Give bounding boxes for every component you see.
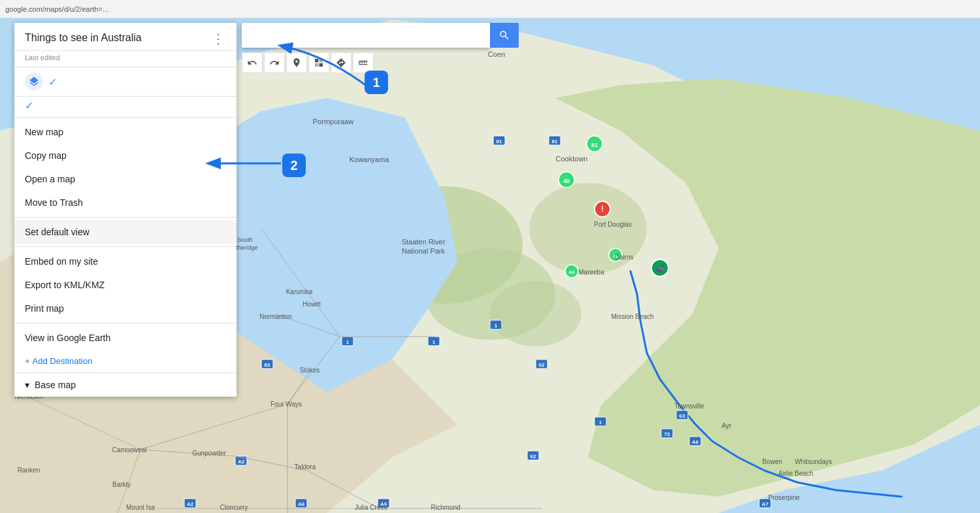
svg-text:Mount Isa: Mount Isa xyxy=(126,504,155,511)
svg-text:A6: A6 xyxy=(692,439,699,445)
annotation-2: 2 xyxy=(282,154,306,177)
add-destination-button[interactable]: + Add Destination xyxy=(14,350,237,372)
base-map-label: Base map xyxy=(35,380,76,390)
sidebar-more-button[interactable]: ⋮ xyxy=(210,32,226,45)
svg-text:Normanton: Normanton xyxy=(259,313,291,320)
svg-text:Cloncurry: Cloncurry xyxy=(220,504,248,511)
svg-text:83: 83 xyxy=(265,362,270,368)
annotation-1: 1 xyxy=(365,71,388,94)
svg-text:South: South xyxy=(237,237,253,243)
menu-embed[interactable]: Embed on my site xyxy=(14,250,237,273)
svg-text:A7: A7 xyxy=(762,501,769,507)
svg-text:Karumba: Karumba xyxy=(286,288,313,295)
search-input[interactable] xyxy=(242,23,490,48)
undo-button[interactable] xyxy=(242,52,263,73)
layer-item-1: ✓ xyxy=(48,76,57,88)
svg-text:📹: 📹 xyxy=(655,264,664,273)
svg-text:Mareeba: Mareeba xyxy=(578,269,604,276)
svg-text:62: 62 xyxy=(539,362,545,368)
menu-move-trash[interactable]: Move to Trash xyxy=(14,191,237,214)
svg-text:81: 81 xyxy=(552,139,558,144)
svg-text:1: 1 xyxy=(433,339,436,345)
svg-text:Whitsundays: Whitsundays xyxy=(794,458,832,465)
menu-divider-1 xyxy=(14,117,237,118)
layer-row: ✓ xyxy=(14,67,237,97)
menu-divider-3 xyxy=(14,246,237,247)
svg-text:Camooweal: Camooweal xyxy=(112,446,147,454)
svg-text:Howitt: Howitt xyxy=(302,301,321,308)
layers-icon xyxy=(25,73,43,91)
browser-bar: google.com/maps/d/u/2/earth=... xyxy=(0,0,980,18)
svg-text:Mission Beach: Mission Beach xyxy=(611,313,653,320)
svg-text:63: 63 xyxy=(679,413,685,419)
base-map-section[interactable]: ▾ Base map xyxy=(14,372,237,397)
svg-text:Ayr: Ayr xyxy=(722,422,732,429)
svg-text:Barkly: Barkly xyxy=(112,481,131,488)
svg-text:Gunpowder: Gunpowder xyxy=(192,450,226,457)
svg-text:1: 1 xyxy=(495,323,498,329)
svg-text:Coen: Coen xyxy=(488,50,505,58)
last-edited-text: Last edited xyxy=(14,51,237,67)
menu-new-map[interactable]: New map xyxy=(14,120,237,144)
svg-text:Proserpine: Proserpine xyxy=(768,494,800,501)
menu-divider-4 xyxy=(14,323,237,323)
menu-print[interactable]: Print map xyxy=(14,297,237,320)
svg-text:Cairns: Cairns xyxy=(615,254,634,261)
menu-divider-2 xyxy=(14,217,237,218)
search-bar xyxy=(242,23,519,48)
svg-text:44: 44 xyxy=(569,269,575,275)
svg-text:National Park: National Park xyxy=(402,247,446,255)
badge-1: 1 xyxy=(365,71,388,94)
layer-item-2: ✓ xyxy=(14,97,237,114)
svg-text:A2: A2 xyxy=(187,501,194,507)
add-destination-label: Add Destination xyxy=(33,356,93,366)
sidebar-header: Things to see in Australia ⋮ xyxy=(14,23,237,51)
redo-button[interactable] xyxy=(264,52,285,73)
map-toolbar xyxy=(242,52,374,73)
svg-text:Townsville: Townsville xyxy=(674,403,704,410)
svg-text:1: 1 xyxy=(346,339,350,345)
svg-text:81: 81 xyxy=(591,142,598,148)
sidebar-panel: Things to see in Australia ⋮ Last edited… xyxy=(14,23,237,397)
svg-point-6 xyxy=(529,183,647,274)
checkbox-1: ✓ xyxy=(48,76,57,88)
marker-button[interactable] xyxy=(286,52,307,73)
sidebar-title: Things to see in Australia xyxy=(25,32,142,44)
svg-text:72: 72 xyxy=(664,431,670,437)
svg-text:Pormpuraaw: Pormpuraaw xyxy=(313,118,353,125)
svg-text:Staaten River: Staaten River xyxy=(402,238,446,246)
search-button[interactable] xyxy=(490,23,519,48)
svg-text:A6: A6 xyxy=(298,501,305,507)
checkbox-2: ✓ xyxy=(25,99,33,112)
menu-export-kml[interactable]: Export to KML/KMZ xyxy=(14,273,237,297)
svg-text:Airlie Beach: Airlie Beach xyxy=(778,470,813,477)
svg-text:81: 81 xyxy=(497,139,502,144)
svg-text:Ranken: Ranken xyxy=(18,467,40,474)
svg-text:Julia Creek: Julia Creek xyxy=(355,504,388,511)
url-bar: google.com/maps/d/u/2/earth=... xyxy=(5,5,108,13)
svg-text:1: 1 xyxy=(599,420,602,425)
svg-text:40: 40 xyxy=(563,178,570,184)
add-icon: + xyxy=(25,356,30,366)
svg-text:Bowen: Bowen xyxy=(762,458,783,465)
svg-text:62: 62 xyxy=(531,454,536,459)
svg-text:Four Ways: Four Ways xyxy=(270,401,302,408)
svg-text:Richmond: Richmond xyxy=(431,504,460,511)
direction-button[interactable] xyxy=(331,52,351,73)
svg-text:Cooktown: Cooktown xyxy=(556,155,588,163)
svg-text:!: ! xyxy=(601,205,604,214)
menu-copy-map[interactable]: Copy map xyxy=(14,144,237,167)
menu-set-default-view[interactable]: Set default view xyxy=(14,220,237,244)
badge-2: 2 xyxy=(282,154,306,177)
chevron-icon: ▾ xyxy=(25,380,29,390)
svg-text:A2: A2 xyxy=(238,459,245,465)
svg-text:Taldora: Taldora xyxy=(295,463,316,471)
svg-text:Port Douglas: Port Douglas xyxy=(594,221,632,228)
svg-text:Kowanyama: Kowanyama xyxy=(350,156,389,163)
menu-open-map[interactable]: Open a map xyxy=(14,167,237,191)
svg-point-7 xyxy=(490,281,581,346)
menu-google-earth[interactable]: View in Google Earth xyxy=(14,326,237,350)
svg-text:Stokes: Stokes xyxy=(300,367,320,374)
shape-button[interactable] xyxy=(308,52,329,73)
